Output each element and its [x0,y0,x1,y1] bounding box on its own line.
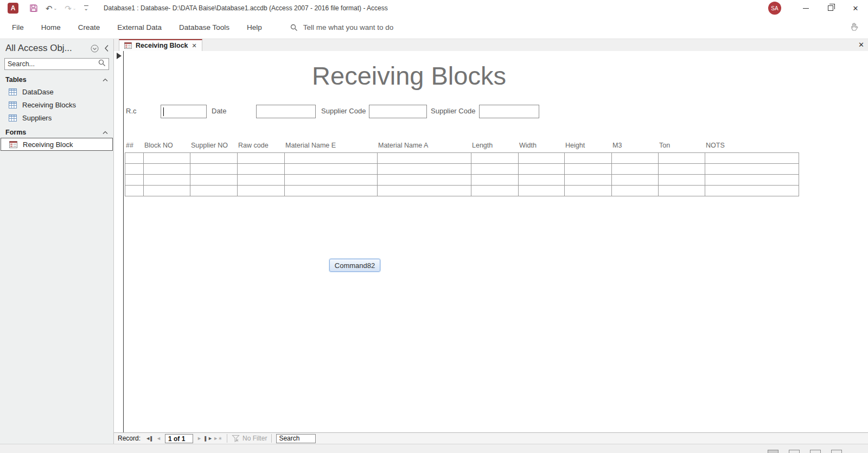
grid-cell[interactable] [144,164,190,174]
grid-cell[interactable] [144,175,190,185]
grid-cell[interactable] [705,175,799,185]
grid-cell[interactable] [238,175,285,185]
grid-cell[interactable] [238,164,285,174]
ribbon-tab-create[interactable]: Create [69,17,109,39]
tab-close-icon[interactable]: ✕ [192,42,197,49]
grid-cell[interactable] [125,164,144,174]
customize-qat-button[interactable]: ⌄ [81,2,92,15]
design-view-button[interactable] [831,450,842,453]
sidebar-item-suppliers[interactable]: Suppliers [0,111,113,124]
grid-cell[interactable] [125,153,144,163]
supplier-code-field-1[interactable] [369,105,427,118]
command82-button[interactable]: Command82 [329,259,380,272]
ribbon-tab-file[interactable]: File [3,17,33,39]
nav-search-input[interactable] [5,60,98,68]
close-button[interactable]: ✕ [843,0,868,16]
grid-cell[interactable] [705,164,799,174]
tell-me-search[interactable]: Tell me what you want to do [290,23,394,31]
sidebar-item-receiving-block-form[interactable]: Receiving Block [1,138,113,151]
supplier-code-field-2[interactable] [479,105,539,118]
nav-search-icon[interactable] [98,59,106,69]
grid-cell[interactable] [612,153,659,163]
new-record-button[interactable]: ►∗ [213,436,222,441]
grid-cell[interactable] [144,186,190,196]
grid-cell[interactable] [471,153,519,163]
account-avatar[interactable]: SA [768,2,781,15]
ribbon-tab-external-data[interactable]: External Data [108,17,170,39]
layout-view-button[interactable] [810,450,821,453]
sidebar-item-receiving-blocks-table[interactable]: Receiving Blocks [0,98,113,111]
grid-cell[interactable] [612,186,659,196]
grid-cell[interactable] [125,175,144,185]
grid-cell[interactable] [519,153,565,163]
grid-cell[interactable] [190,164,238,174]
sidebar-item-datadase[interactable]: DataDase [0,85,113,98]
grid-cell[interactable] [565,164,612,174]
section-tables[interactable]: Tables [0,73,113,85]
tab-receiving-block[interactable]: Receiving Block ✕ [119,39,202,51]
no-filter-button[interactable]: No Filter [232,435,267,442]
grid-cell[interactable] [378,164,471,174]
grid-cell[interactable] [659,175,705,185]
rc-field[interactable] [161,105,207,118]
grid-cell[interactable] [471,186,519,196]
undo-button[interactable]: ↶ ⌄ [42,2,60,15]
date-field[interactable] [256,105,316,118]
section-forms[interactable]: Forms [0,126,113,138]
datasheet-view-button[interactable] [789,450,800,453]
grid-cell[interactable] [659,153,705,163]
nav-pane-collapse-button[interactable] [104,44,109,52]
grid-cell[interactable] [190,153,238,163]
grid-cell[interactable] [612,175,659,185]
grid-cell[interactable] [565,175,612,185]
next-record-button[interactable]: ► [195,436,204,441]
grid-cell[interactable] [471,164,519,174]
grid-cell[interactable] [659,164,705,174]
grid-cell[interactable] [705,153,799,163]
grid-cell[interactable] [519,175,565,185]
grid-cell[interactable] [471,175,519,185]
chevron-up-icon[interactable] [103,78,108,82]
grid-cell[interactable] [659,186,705,196]
grid-cell[interactable] [125,186,144,196]
grid-cell[interactable] [144,153,190,163]
grid-cell[interactable] [519,164,565,174]
minimize-button[interactable] [793,0,818,16]
nav-pane-menu-button[interactable] [91,44,99,53]
grid-header-height: Height [564,141,611,151]
ribbon-tab-database-tools[interactable]: Database Tools [170,17,238,39]
previous-record-button[interactable]: ◄ [154,436,163,441]
redo-button[interactable]: ↷ ⌄ [61,2,79,15]
grid-cell[interactable] [378,153,471,163]
form-view-button[interactable] [768,450,778,453]
undo-dropdown-icon[interactable]: ⌄ [54,6,58,11]
nav-search-box[interactable] [4,58,109,70]
grid-cell[interactable] [519,186,565,196]
chevron-up-icon[interactable] [103,131,108,135]
record-position[interactable]: 1 of 1 [165,434,193,443]
no-filter-label: No Filter [242,435,267,442]
grid-cell[interactable] [238,153,285,163]
grid-cell[interactable] [190,186,238,196]
grid-cell[interactable] [705,186,799,196]
record-search-input[interactable] [276,434,316,443]
grid-cell[interactable] [378,175,471,185]
grid-cell[interactable] [378,186,471,196]
restore-button[interactable] [818,0,843,16]
grid-cell[interactable] [285,175,378,185]
touch-mode-icon[interactable] [850,22,859,34]
grid-cell[interactable] [285,164,378,174]
grid-cell[interactable] [190,175,238,185]
ribbon-tab-help[interactable]: Help [238,17,271,39]
ribbon-tab-home[interactable]: Home [33,17,69,39]
grid-cell[interactable] [238,186,285,196]
grid-cell[interactable] [285,153,378,163]
save-button[interactable] [26,2,41,15]
grid-cell[interactable] [565,186,612,196]
first-record-button[interactable]: ◄▌ [145,436,154,441]
grid-cell[interactable] [565,153,612,163]
last-record-button[interactable]: ▌► [204,436,213,441]
grid-cell[interactable] [285,186,378,196]
document-close-icon[interactable]: ✕ [858,41,864,49]
grid-cell[interactable] [612,164,659,174]
